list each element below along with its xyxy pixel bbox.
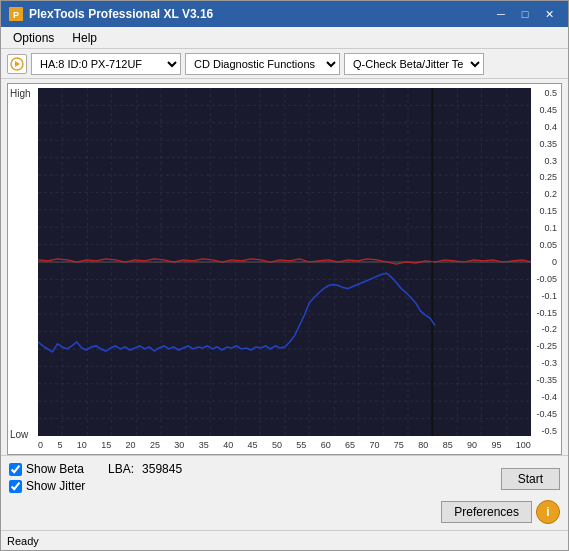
minimize-button[interactable]: ─ xyxy=(490,5,512,23)
svg-marker-3 xyxy=(15,61,20,67)
y-low-label: Low xyxy=(10,429,28,440)
title-bar-controls: ─ □ ✕ xyxy=(490,5,560,23)
bottom-right: Start xyxy=(501,468,560,490)
chart-svg xyxy=(38,88,531,436)
svg-text:P: P xyxy=(13,10,19,20)
show-beta-row: Show Beta LBA: 359845 xyxy=(9,462,182,476)
function-select[interactable]: CD Diagnostic Functions xyxy=(185,53,340,75)
restore-button[interactable]: □ xyxy=(514,5,536,23)
info-button[interactable]: i xyxy=(536,500,560,524)
start-button[interactable]: Start xyxy=(501,468,560,490)
x-axis: 0 5 10 15 20 25 30 35 40 45 50 55 60 65 … xyxy=(38,440,531,450)
menu-help[interactable]: Help xyxy=(64,29,105,47)
y-high-label: High xyxy=(10,88,31,99)
checkboxes: Show Beta LBA: 359845 Show Jitter xyxy=(9,462,182,496)
lba-value: 359845 xyxy=(142,462,182,476)
app-icon: P xyxy=(9,7,23,21)
chart-inner xyxy=(38,88,531,436)
main-window: P PlexTools Professional XL V3.16 ─ □ ✕ … xyxy=(0,0,569,551)
status-bar: Ready xyxy=(1,530,568,550)
bottom-row1: Show Beta LBA: 359845 Show Jitter Start xyxy=(9,462,560,496)
show-jitter-label: Show Jitter xyxy=(26,479,85,493)
toolbar: HA:8 ID:0 PX-712UF CD Diagnostic Functio… xyxy=(1,49,568,79)
status-text: Ready xyxy=(7,535,39,547)
window-title: PlexTools Professional XL V3.16 xyxy=(29,7,213,21)
chart-area: High Low xyxy=(8,84,561,454)
go-button[interactable] xyxy=(7,54,27,74)
show-jitter-checkbox[interactable] xyxy=(9,480,22,493)
test-select[interactable]: Q-Check Beta/Jitter Test xyxy=(344,53,484,75)
device-select[interactable]: HA:8 ID:0 PX-712UF xyxy=(31,53,181,75)
lba-label: LBA: xyxy=(108,462,134,476)
title-bar-left: P PlexTools Professional XL V3.16 xyxy=(9,7,213,21)
bottom-row2: Preferences i xyxy=(9,500,560,524)
y-axis-right: 0.5 0.45 0.4 0.35 0.3 0.25 0.2 0.15 0.1 … xyxy=(531,88,559,436)
chart-container: High Low xyxy=(7,83,562,455)
menu-bar: Options Help xyxy=(1,27,568,49)
title-bar: P PlexTools Professional XL V3.16 ─ □ ✕ xyxy=(1,1,568,27)
close-button[interactable]: ✕ xyxy=(538,5,560,23)
show-jitter-row: Show Jitter xyxy=(9,479,182,493)
menu-options[interactable]: Options xyxy=(5,29,62,47)
show-beta-label: Show Beta xyxy=(26,462,84,476)
show-beta-checkbox[interactable] xyxy=(9,463,22,476)
bottom-panel: Show Beta LBA: 359845 Show Jitter Start … xyxy=(1,455,568,530)
preferences-button[interactable]: Preferences xyxy=(441,501,532,523)
